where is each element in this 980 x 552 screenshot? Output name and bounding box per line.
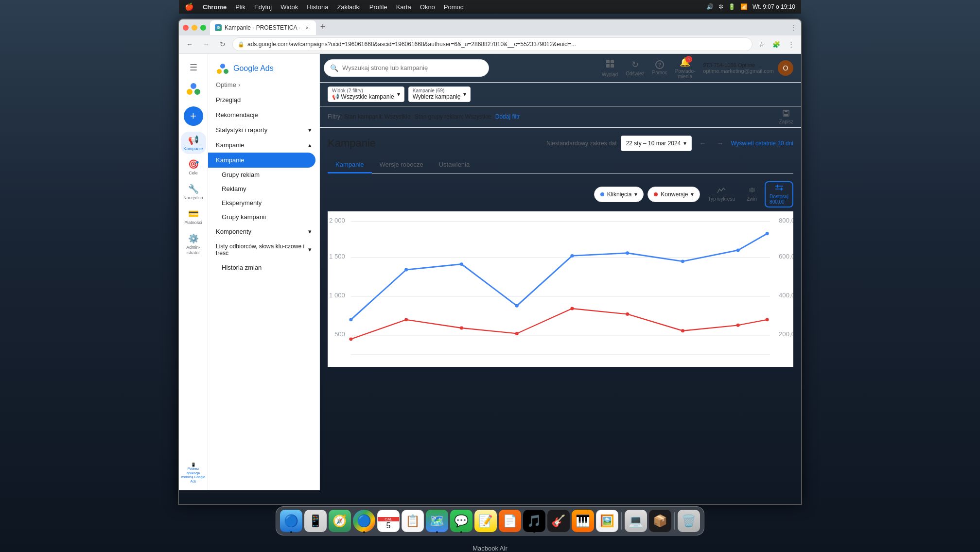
dock-safari-dev[interactable]: 🧭	[329, 510, 351, 532]
date-range-dropdown[interactable]: 22 sty – 10 mar 2024 ▾	[621, 136, 692, 151]
menu-plik[interactable]: Plik	[235, 3, 245, 11]
search-input[interactable]	[342, 64, 483, 71]
widok-filter-dropdown[interactable]: Widok (2 filtry) 📢 Wszystkie kampanie ▾	[328, 86, 404, 102]
menu-historia[interactable]: Historia	[307, 3, 328, 11]
menu-okno[interactable]: Okno	[420, 3, 435, 11]
sidebar-item-platnosci[interactable]: 💳 Płatności	[181, 206, 206, 228]
nav-rekomendacje[interactable]: Rekomendacje	[208, 107, 315, 122]
menu-profile[interactable]: Profile	[369, 3, 387, 11]
dock-music[interactable]: 🎵	[523, 510, 545, 532]
konwersje-metric-pill[interactable]: Konwersje ▾	[648, 187, 700, 202]
zapisz-button[interactable]: Zapisz	[779, 109, 793, 124]
zapisz-label: Zapisz	[779, 119, 793, 124]
dock-reminders[interactable]: 📋	[402, 510, 424, 532]
dock-finder2[interactable]: 💻	[625, 510, 647, 532]
collapse-icon	[748, 187, 756, 195]
dock-launchpad[interactable]: 📱	[304, 510, 327, 532]
create-button[interactable]: +	[184, 106, 203, 126]
wygląd-button[interactable]: Wygląd	[602, 59, 618, 77]
menu-karta[interactable]: Karta	[396, 3, 411, 11]
powiadomienia-button[interactable]: 🔔 1 Powiado-mienia	[675, 57, 696, 79]
pomoc-button[interactable]: ? Pomoc	[652, 60, 667, 75]
sidebar-item-kampanie[interactable]: 📢 Kampanie	[181, 132, 206, 155]
nav-grupy-reklam[interactable]: Grupy reklam	[208, 168, 319, 182]
forward-button[interactable]: →	[199, 37, 213, 51]
kampanie-filter-dropdown[interactable]: Kampanie (69) Wybierz kampanię ▾	[408, 86, 471, 102]
nav-grupy-kampanii[interactable]: Grupy kampanii	[208, 210, 319, 224]
mobile-app-link[interactable]: 📱 Pobierz aplikację mobilną Google Ads	[179, 461, 208, 485]
sidebar-item-administrator[interactable]: ⚙️ Admin-istrator	[181, 230, 206, 259]
window-minimize-button[interactable]	[192, 25, 197, 31]
nav-eksperymenty[interactable]: Eksperymenty	[208, 196, 319, 210]
new-tab-button[interactable]: +	[316, 20, 330, 34]
svg-rect-8	[606, 64, 610, 68]
nav-historia[interactable]: Historia zmian	[208, 260, 319, 275]
tab-ustawienia[interactable]: Ustawienia	[431, 157, 478, 173]
extensions-button[interactable]: 🧩	[770, 38, 783, 51]
window-close-button[interactable]	[183, 25, 189, 31]
window-maximize-button[interactable]	[200, 25, 206, 31]
nav-reklamy[interactable]: Reklamy	[208, 182, 319, 196]
klikniecia-metric-pill[interactable]: Kliknięcia ▾	[594, 187, 644, 202]
date-next-button[interactable]: →	[713, 137, 727, 150]
dodaj-filtr-button[interactable]: Dodaj filtr	[495, 113, 520, 120]
klikniecia-dot	[600, 192, 604, 196]
nav-listy[interactable]: Listy odbiorców, słowa klu-czowe i treść…	[208, 239, 319, 260]
dock-fl-studio[interactable]: 🎹	[572, 510, 594, 532]
menu-edytuj[interactable]: Edytuj	[254, 3, 272, 11]
nav-kampanie[interactable]: Kampanie	[208, 153, 315, 168]
menu-pomoc[interactable]: Pomoc	[444, 3, 463, 11]
nav-komponenty[interactable]: Komponenty ▾	[208, 224, 319, 239]
nav-kampanie-section[interactable]: Kampanie ▴	[208, 138, 319, 153]
widok-filter-value: 📢 Wszystkie kampanie	[332, 93, 394, 100]
klikniecia-label: Kliknięcia	[607, 191, 632, 198]
svg-text:400,00: 400,00	[779, 292, 793, 299]
chrome-tabbar: G Kampanie - PROESTETICA - × + ⋮	[179, 19, 801, 35]
nav-statystyki[interactable]: Statystyki i raporty ▾	[208, 122, 319, 138]
chart-point	[766, 232, 769, 235]
tab-wersje-robocze[interactable]: Wersje robocze	[372, 157, 431, 173]
view-last-30-link[interactable]: Wyświetl ostatnie 30 dni	[731, 140, 793, 147]
menu-zakladki[interactable]: Zakładki	[337, 3, 360, 11]
tab-close-button[interactable]: ×	[303, 24, 311, 32]
tab-favicon-icon: G	[215, 24, 222, 31]
sidebar-item-cele[interactable]: 🎯 Cele	[181, 156, 206, 179]
search-bar[interactable]: 🔍	[324, 59, 489, 77]
nav-przeglad[interactable]: Przegląd	[208, 92, 315, 107]
chrome-tab-active[interactable]: G Kampanie - PROESTETICA - ×	[210, 20, 316, 35]
chart-point	[349, 337, 352, 341]
app-name[interactable]: Chrome	[203, 3, 227, 11]
dock-calendar[interactable]: CAL 5	[377, 510, 400, 532]
apple-logo-icon[interactable]: 🍎	[185, 2, 194, 11]
hamburger-menu-button[interactable]: ☰	[184, 58, 203, 77]
odswierz-button[interactable]: ↻ Odśwież	[626, 59, 644, 76]
choose-campaign-value: Wybierz kampanię	[413, 93, 461, 100]
bookmark-button[interactable]: ☆	[755, 38, 768, 51]
dock-chrome[interactable]: 🔵	[353, 510, 375, 532]
account-avatar[interactable]: O	[778, 60, 793, 76]
sidebar-bottom: 📱 Pobierz aplikację mobilną Google Ads	[179, 461, 208, 490]
zwins-button[interactable]: Zwiń	[743, 185, 761, 204]
tab-kampanie[interactable]: Kampanie	[328, 157, 372, 173]
dock-apps[interactable]: 📦	[649, 510, 671, 532]
chrome-menu-button[interactable]: ⋮	[790, 24, 801, 32]
dock-notes[interactable]: 📝	[474, 510, 497, 532]
address-bar[interactable]: 🔒 ads.google.com/aw/campaigns?ocid=19606…	[232, 37, 752, 51]
dock-maps[interactable]: 🗺️	[426, 510, 448, 532]
back-button[interactable]: ←	[183, 37, 196, 51]
customize-icon	[775, 184, 784, 193]
dock-messages[interactable]: 💬	[450, 510, 472, 532]
ads-top-header: 🔍 Wygląd ↻ O	[320, 54, 801, 83]
dock-photos[interactable]: 🖼️	[596, 510, 618, 532]
sidebar-item-narzedzia[interactable]: 🔧 Narzędzia	[181, 181, 206, 204]
dock-finder[interactable]: 🔵	[280, 510, 302, 532]
dock-pages[interactable]: 📄	[499, 510, 521, 532]
refresh-button[interactable]: ↻	[216, 37, 229, 51]
chrome-settings-button[interactable]: ⋮	[785, 38, 797, 51]
dostosuj-button[interactable]: Dostosuj800,00	[765, 181, 793, 207]
menu-widok[interactable]: Widok	[280, 3, 298, 11]
dock-instruments[interactable]: 🎸	[547, 510, 570, 532]
date-prev-button[interactable]: ←	[696, 137, 709, 150]
typ-wykresu-button[interactable]: Typ wykresu	[704, 185, 739, 204]
dock-trash[interactable]: 🗑️	[678, 510, 700, 532]
